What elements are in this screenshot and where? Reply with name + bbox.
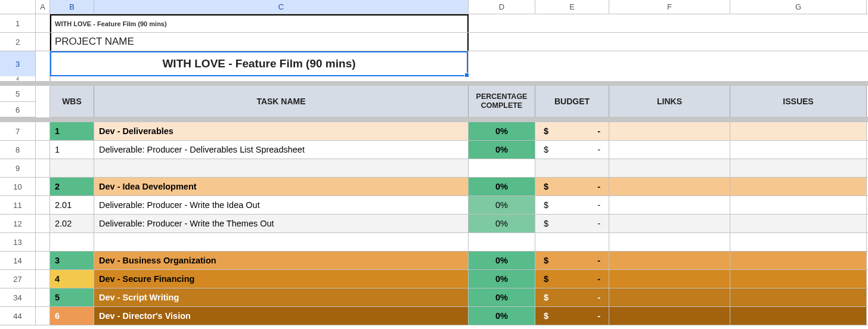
cell-task-8[interactable]: Deliverable: Producer - Deliverables Lis… [94, 141, 469, 159]
cell-wbs-11[interactable]: 2.01 [50, 196, 94, 214]
cell-a27[interactable] [36, 270, 50, 288]
cell-task-7[interactable]: Dev - Deliverables [94, 122, 469, 140]
cell-links-9[interactable] [609, 159, 730, 177]
row-header-4[interactable]: 4 [0, 76, 36, 81]
cell-budget-12[interactable]: $- [535, 215, 609, 232]
cell-wbs-8[interactable]: 1 [50, 141, 94, 159]
cell-budget-44[interactable]: $- [535, 307, 609, 325]
cell-issues-7[interactable] [730, 122, 867, 140]
cell-a44[interactable] [36, 307, 50, 325]
cell-links-8[interactable] [609, 141, 730, 159]
cell-a10[interactable] [36, 178, 50, 195]
cell-task-9[interactable] [94, 159, 469, 177]
cell-links-34[interactable] [609, 288, 730, 306]
cell-a11[interactable] [36, 196, 50, 214]
cell-wbs-34[interactable]: 5 [50, 288, 94, 306]
header-percentage[interactable]: PERCENTAGE COMPLETE [469, 86, 535, 117]
cell-a14[interactable] [36, 252, 50, 269]
cell-pct-14[interactable]: 0% [469, 252, 535, 269]
cell-task-11[interactable]: Deliverable: Producer - Write the Idea O… [94, 196, 469, 214]
row-header-9[interactable]: 9 [0, 159, 36, 177]
cell-a34[interactable] [36, 288, 50, 306]
cell-wbs-44[interactable]: 6 [50, 307, 94, 325]
cell-wbs-7[interactable]: 1 [50, 122, 94, 140]
row-header-8[interactable]: 8 [0, 141, 36, 159]
selection-handle[interactable] [464, 73, 469, 77]
cell-issues-27[interactable] [730, 270, 867, 288]
row-header-12[interactable]: 12 [0, 215, 36, 232]
cell-issues-9[interactable] [730, 159, 867, 177]
cell-task-34[interactable]: Dev - Script Writing [94, 288, 469, 306]
cell-wbs-12[interactable]: 2.02 [50, 215, 94, 232]
cell-issues-34[interactable] [730, 288, 867, 306]
cell-pct-9[interactable] [469, 159, 535, 177]
cell-task-13[interactable] [94, 233, 469, 251]
cell-bc1[interactable]: WITH LOVE - Feature Film (90 mins) [50, 14, 469, 32]
cell-issues-14[interactable] [730, 252, 867, 269]
cell-issues-12[interactable] [730, 215, 867, 232]
cell-pct-10[interactable]: 0% [469, 178, 535, 195]
select-all-corner[interactable] [0, 0, 36, 14]
cell-bc3[interactable]: WITH LOVE - Feature Film (90 mins) [50, 51, 469, 76]
cell-task-14[interactable]: Dev - Business Organization [94, 252, 469, 269]
cell-wbs-10[interactable]: 2 [50, 178, 94, 195]
row-header-11[interactable]: 11 [0, 196, 36, 214]
column-header-f[interactable]: F [609, 0, 730, 14]
cell-budget-11[interactable]: $- [535, 196, 609, 214]
cell-a12[interactable] [36, 215, 50, 232]
cell-pct-27[interactable]: 0% [469, 270, 535, 288]
column-header-g[interactable]: G [730, 0, 867, 14]
cells-b-g-4[interactable] [50, 76, 868, 81]
cell-links-27[interactable] [609, 270, 730, 288]
row-header-13[interactable]: 13 [0, 233, 36, 251]
active-cell[interactable]: WITH LOVE - Feature Film (90 mins) [50, 51, 468, 76]
cell-a8[interactable] [36, 141, 50, 159]
column-header-e[interactable]: E [535, 0, 609, 14]
cell-budget-8[interactable]: $- [535, 141, 609, 159]
cell-pct-34[interactable]: 0% [469, 288, 535, 306]
cell-task-44[interactable]: Dev - Director's Vision [94, 307, 469, 325]
row-header-44[interactable]: 44 [0, 307, 36, 325]
cell-pct-44[interactable]: 0% [469, 307, 535, 325]
cell-links-44[interactable] [609, 307, 730, 325]
column-header-a[interactable]: A [36, 0, 50, 14]
cell-a9[interactable] [36, 159, 50, 177]
cell-links-14[interactable] [609, 252, 730, 269]
cell-links-7[interactable] [609, 122, 730, 140]
header-links[interactable]: LINKS [609, 86, 730, 117]
cell-pct-7[interactable]: 0% [469, 122, 535, 140]
cell-budget-10[interactable]: $- [535, 178, 609, 195]
cell-a7[interactable] [36, 122, 50, 140]
row-header-5[interactable]: 5 [0, 86, 35, 102]
cell-task-27[interactable]: Dev - Secure Financing [94, 270, 469, 288]
row-header-14[interactable]: 14 [0, 252, 36, 269]
row-header-3[interactable]: 3 [0, 51, 36, 76]
column-header-b[interactable]: B [50, 0, 94, 14]
header-task[interactable]: TASK NAME [94, 86, 469, 117]
cell-wbs-13[interactable] [50, 233, 94, 251]
cell-pct-8[interactable]: 0% [469, 141, 535, 159]
cell-budget-34[interactable]: $- [535, 288, 609, 306]
cell-pct-11[interactable]: 0% [469, 196, 535, 214]
cell-wbs-9[interactable] [50, 159, 94, 177]
cell-a2[interactable] [36, 33, 50, 51]
cell-issues-44[interactable] [730, 307, 867, 325]
cell-issues-11[interactable] [730, 196, 867, 214]
row-header-1[interactable]: 1 [0, 14, 36, 32]
cell-budget-9[interactable] [535, 159, 609, 177]
cell-issues-10[interactable] [730, 178, 867, 195]
header-wbs[interactable]: WBS [50, 86, 94, 117]
cell-links-13[interactable] [609, 233, 730, 251]
cell-wbs-14[interactable]: 3 [50, 252, 94, 269]
cell-a56[interactable] [36, 86, 50, 117]
cell-budget-14[interactable]: $- [535, 252, 609, 269]
cell-a1[interactable] [36, 14, 50, 32]
cells-d-g-1[interactable] [469, 14, 868, 32]
cell-budget-27[interactable]: $- [535, 270, 609, 288]
cell-task-10[interactable]: Dev - Idea Development [94, 178, 469, 195]
column-header-d[interactable]: D [469, 0, 535, 14]
header-issues[interactable]: ISSUES [730, 86, 867, 117]
cell-pct-12[interactable]: 0% [469, 215, 535, 232]
row-header-6[interactable]: 6 [0, 102, 35, 117]
cells-d-g-3[interactable] [469, 51, 868, 76]
